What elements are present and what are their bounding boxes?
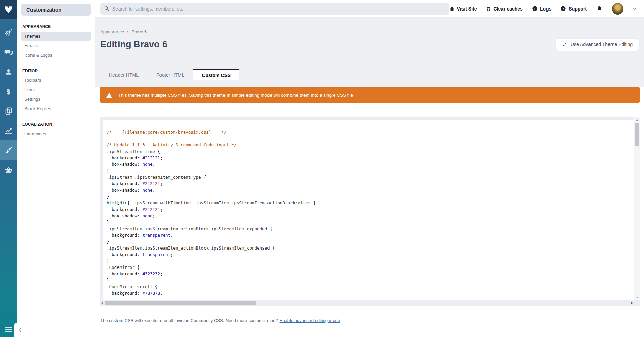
scroll-left-arrow-icon[interactable] [101, 302, 103, 304]
user-avatar[interactable] [612, 3, 623, 15]
sidebar-item-emoji[interactable]: Emoji [21, 85, 91, 94]
home-icon [449, 6, 455, 12]
multiple-css-warning-banner: ! This theme has multiple CSS files. Sav… [100, 87, 640, 103]
page-title: Editing Bravo 6 [100, 38, 167, 51]
search-icon [104, 6, 109, 11]
hamburger-icon [5, 327, 12, 328]
sidebar-section-editor: EDITOR Toolbars Emoji Settings Stock Rep… [21, 67, 91, 113]
app-rail: $ [0, 0, 17, 337]
section-heading: EDITOR [21, 67, 91, 75]
custom-css-editor: /* ===[Filename:core/custom/bravosix.css… [100, 117, 640, 306]
topbar: Visit Site Clear caches ! Logs [95, 0, 644, 18]
visit-site-link[interactable]: Visit Site [449, 6, 477, 12]
gears-icon [4, 28, 13, 37]
tab-content-panel: ! This theme has multiple CSS files. Sav… [95, 87, 644, 337]
support-link[interactable]: ? Support [560, 6, 587, 12]
basket-icon [4, 166, 13, 174]
rail-item-settings[interactable] [0, 22, 17, 42]
chat-bubbles-icon [4, 47, 13, 56]
vertical-scrollbar[interactable] [634, 117, 640, 300]
breadcrumb-appearance[interactable]: Appearance [100, 29, 124, 34]
warning-triangle-icon: ! [106, 92, 112, 98]
scroll-up-arrow-icon[interactable] [636, 119, 639, 121]
scroll-right-arrow-icon[interactable] [631, 302, 633, 304]
sidebar-section-appearance: APPEARANCE Themes Emails Icons & Logos [21, 23, 91, 60]
svg-text:!: ! [109, 94, 110, 97]
rail-item-members[interactable] [0, 62, 17, 81]
enable-advanced-editing-link[interactable]: Enable advanced editing mode [280, 318, 340, 323]
exclamation-circle-icon: ! [532, 6, 538, 12]
editor-footnote: The custom CSS will execute after all In… [100, 318, 644, 323]
chevron-down-icon[interactable] [632, 7, 637, 10]
section-heading: LOCALIZATION [21, 121, 91, 129]
user-icon [4, 67, 13, 76]
rail-item-stats[interactable] [0, 121, 17, 140]
chevron-left-icon [19, 328, 22, 332]
main-area: Visit Site Clear caches ! Logs [95, 0, 644, 337]
invision-logo-icon [3, 4, 14, 15]
breadcrumb-bravo-6[interactable]: Bravo 6 [131, 29, 147, 34]
vertical-scroll-thumb[interactable] [635, 123, 639, 146]
page-content: Appearance › Bravo 6 Editing Bravo 6 Use… [95, 18, 644, 337]
svg-text:?: ? [562, 7, 564, 11]
trash-icon [486, 6, 491, 12]
breadcrumb: Appearance › Bravo 6 [100, 29, 639, 34]
theme-edit-tabs: Header HTML Footer HTML Custom CSS [100, 69, 639, 80]
paintbrush-icon [562, 42, 567, 47]
tab-footer-html[interactable]: Footer HTML [148, 69, 193, 80]
code-lines[interactable]: /* ===[Filename:core/custom/bravosix.css… [103, 120, 634, 300]
question-circle-icon: ? [560, 6, 566, 12]
rail-item-customization[interactable] [0, 140, 17, 160]
tab-header-html[interactable]: Header HTML [100, 69, 148, 80]
rail-item-commerce[interactable]: $ [0, 81, 17, 101]
sidebar-item-languages[interactable]: Languages [21, 129, 91, 138]
sidebar-item-icons-logos[interactable]: Icons & Logos [21, 51, 91, 60]
horizontal-scroll-thumb[interactable] [105, 301, 256, 305]
sidebar-item-settings[interactable]: Settings [21, 95, 91, 104]
use-advanced-theme-editing-button[interactable]: Use Advanced Theme Editing [556, 38, 639, 51]
paintbrush-icon [4, 146, 13, 155]
breadcrumb-separator-icon: › [127, 29, 128, 34]
sidebar-item-stock-replies[interactable]: Stock Replies [21, 104, 91, 113]
invision-logo[interactable] [0, 0, 17, 19]
horizontal-scrollbar[interactable] [100, 300, 634, 306]
title-row: Editing Bravo 6 Use Advanced Theme Editi… [100, 38, 639, 51]
customization-sidebar: Customization APPEARANCE Themes Emails I… [17, 0, 95, 337]
rail-item-pages[interactable] [0, 101, 17, 121]
notifications-bell-icon[interactable] [596, 5, 603, 13]
tab-custom-css[interactable]: Custom CSS [193, 69, 239, 80]
sidebar-collapse-button[interactable] [14, 323, 26, 337]
clear-caches-button[interactable]: Clear caches [486, 6, 522, 12]
logs-link[interactable]: ! Logs [532, 6, 551, 12]
sidebar-item-emails[interactable]: Emails [21, 41, 91, 50]
sidebar-section-localization: LOCALIZATION Languages [21, 121, 91, 138]
sidebar-item-themes[interactable]: Themes [21, 32, 91, 41]
section-heading: APPEARANCE [21, 23, 91, 31]
dollar-icon: $ [6, 88, 10, 95]
search-input[interactable] [112, 6, 445, 12]
warning-text: This theme has multiple CSS files. Savin… [118, 93, 353, 98]
svg-text:!: ! [534, 7, 535, 11]
scroll-down-arrow-icon[interactable] [636, 297, 639, 298]
topbar-links: Visit Site Clear caches ! Logs [449, 3, 637, 15]
rail-item-marketplace[interactable] [0, 160, 17, 180]
copy-pages-icon [4, 107, 13, 115]
global-search[interactable] [100, 3, 449, 15]
sidebar-title: Customization [21, 4, 91, 16]
chart-line-icon [4, 126, 13, 135]
sidebar-item-toolbars[interactable]: Toolbars [21, 76, 91, 85]
rail-item-community[interactable] [0, 42, 17, 62]
